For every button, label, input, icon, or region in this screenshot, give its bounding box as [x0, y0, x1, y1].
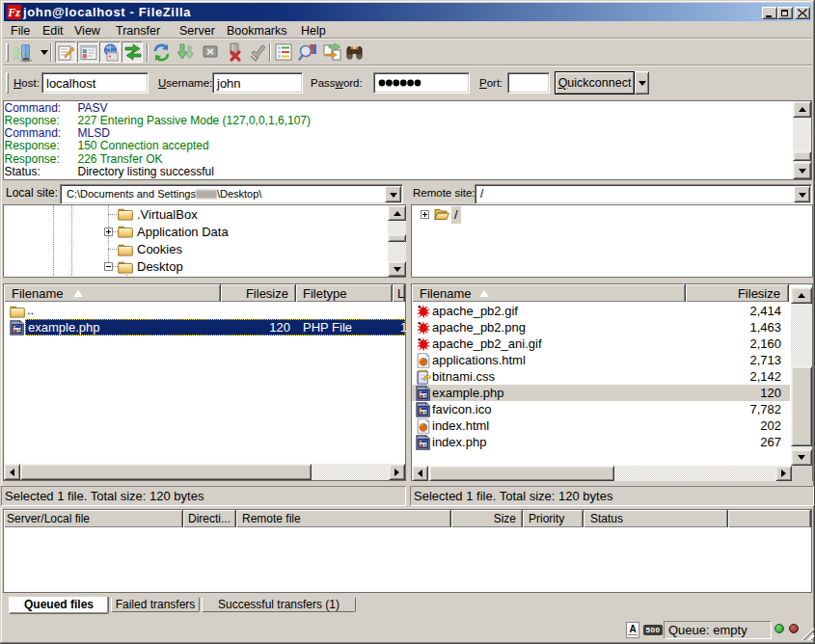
svg-text:Fz: Fz	[7, 6, 20, 19]
svg-text:A: A	[629, 624, 636, 634]
